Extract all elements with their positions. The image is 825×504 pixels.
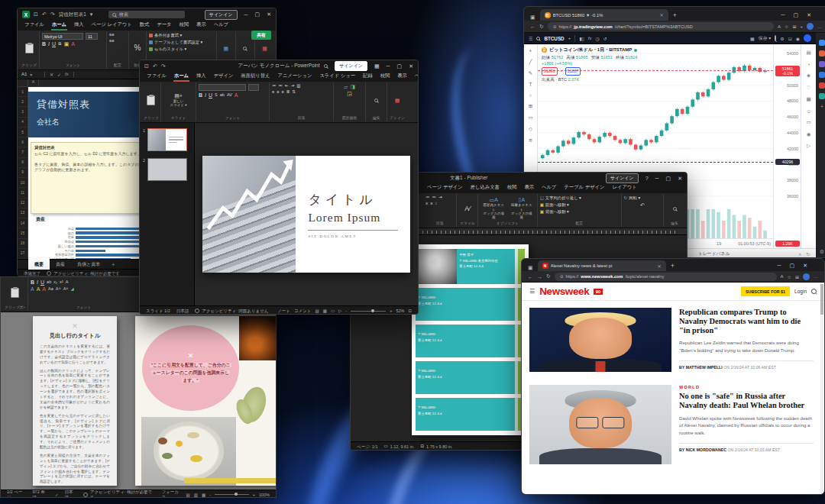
- business-card[interactable]: 〒930-0990 富士見町 12-3-4: [416, 361, 525, 394]
- annotation-tool-icon[interactable]: ✎: [529, 70, 532, 76]
- settings-icon[interactable]: ⚙: [780, 36, 784, 41]
- ask-price[interactable]: 51887: [565, 67, 581, 75]
- sheet-tab-liabilities[interactable]: 負債と資本: [71, 259, 106, 270]
- accessibility-status[interactable]: アクセシビリティ: 検討が必要です: [90, 489, 156, 499]
- row-header[interactable]: 10: [18, 178, 28, 188]
- ribbon-tab[interactable]: ページ レイアウト: [88, 20, 136, 31]
- row-header[interactable]: 12: [18, 199, 28, 208]
- alert-icon[interactable]: ◷: [595, 36, 599, 41]
- indicators-icon[interactable]: fx: [588, 36, 592, 40]
- web-layout-icon[interactable]: ▦: [202, 493, 205, 497]
- bold-icon[interactable]: B: [31, 279, 34, 285]
- minimize-button[interactable]: ─: [778, 263, 781, 269]
- signin-button[interactable]: サインイン: [205, 10, 238, 20]
- ribbon-tab[interactable]: デザイン: [210, 71, 238, 82]
- sheet-tab-assets[interactable]: 資産: [50, 259, 71, 270]
- trendline-tool-icon[interactable]: ╱: [529, 59, 532, 65]
- zoom-in-button[interactable]: +: [390, 309, 392, 313]
- font-size-select[interactable]: 11: [86, 33, 98, 40]
- slide-sorter-icon[interactable]: ▦: [323, 309, 327, 313]
- page-scrollbar[interactable]: [820, 284, 823, 494]
- align-left-icon[interactable]: ≡: [425, 202, 428, 206]
- url-field[interactable]: ⊙ https://www.newsweek.com/topic/alexei-…: [555, 273, 777, 281]
- row-header[interactable]: 3: [18, 107, 28, 117]
- notes-button[interactable]: ノート: [277, 309, 290, 314]
- ribbon-tab[interactable]: アニメーション: [273, 71, 315, 82]
- new-tab-button[interactable]: +: [671, 262, 675, 271]
- indent-icon[interactable]: ⇥: [438, 195, 442, 200]
- undo-icon[interactable]: ↶: [153, 63, 157, 69]
- redo-icon[interactable]: ↷: [50, 11, 55, 18]
- scrollbar-thumb[interactable]: [820, 284, 823, 315]
- zoom-level[interactable]: 100%: [259, 493, 270, 497]
- maximize-button[interactable]: ▢: [794, 12, 799, 18]
- pull-quote-circle[interactable]: ✕ "ここに引用文を配置して、ご自分のニュースレターのこの問題を強調表示します。…: [142, 325, 239, 411]
- workspaces-icon[interactable]: ▣: [528, 265, 533, 271]
- cell-styles-button[interactable]: セルのスタイル ▾: [149, 47, 214, 52]
- chevron-down-icon[interactable]: ▾: [90, 11, 93, 18]
- slide-caption[interactable]: SIT DOLOR AMET: [308, 234, 398, 238]
- more-menu-icon[interactable]: …: [817, 24, 822, 29]
- page-indicator[interactable]: ページ: 1/1: [357, 444, 377, 450]
- business-card[interactable]: 〒930-0990 富士見町 12-3-4: [416, 288, 525, 321]
- focus-mode-button[interactable]: フォーカス: [161, 489, 182, 499]
- row-header[interactable]: 14: [18, 218, 28, 228]
- accessibility-status[interactable]: アクセシビリティ: 検討が必要です: [53, 271, 120, 276]
- numbering-icon[interactable]: ≕: [432, 195, 437, 200]
- ideas-icon[interactable]: ♡: [807, 85, 811, 91]
- excel-search-box[interactable]: 検索: [108, 11, 185, 18]
- ribbon-tab[interactable]: ページ デザイン: [423, 183, 467, 193]
- newsweek-logo[interactable]: Newsweek: [539, 286, 589, 297]
- change-case-icon[interactable]: Aa: [48, 287, 53, 292]
- powerpoint-titlebar[interactable]: ⊡ ↶ ↷ アーバン モノクローム - PowerPoint サインイン ▦ ─…: [140, 60, 418, 72]
- author-name[interactable]: MATTHEW IMPELLI: [686, 365, 723, 370]
- text-tool-icon[interactable]: T: [529, 82, 532, 87]
- row-header[interactable]: 15: [18, 228, 28, 238]
- powerpoint-canvas[interactable]: タイトル Lorem Ipsum SIT DOLOR AMET: [195, 123, 418, 305]
- ribbon-tab[interactable]: 数式: [136, 20, 154, 31]
- align-right-icon[interactable]: ≡: [281, 90, 283, 95]
- share-button[interactable]: 共有: [251, 31, 271, 40]
- cells-icon[interactable]: ▦: [224, 46, 229, 51]
- select-all-corner[interactable]: [18, 79, 28, 86]
- addins-icon[interactable]: ▦: [395, 98, 400, 103]
- workspaces-icon[interactable]: ▣: [530, 15, 535, 21]
- crosshair-tool-icon[interactable]: +: [529, 48, 532, 53]
- fullscreen-icon[interactable]: ⊡: [788, 36, 792, 41]
- search-icon[interactable]: [324, 64, 328, 68]
- save-icon[interactable]: ⊡: [144, 63, 149, 69]
- collapse-panel-icon[interactable]: ∧: [798, 252, 801, 257]
- word-page-2[interactable]: ✕ "ここに引用文を配置して、ご自分のニュースレターのこの問題を強調表示します。…: [135, 316, 276, 486]
- browser-tab[interactable]: B BTCUSD 51860 ▼ -0.1% ✕: [540, 9, 668, 21]
- snapshot-icon[interactable]: ◉: [796, 36, 800, 41]
- minimize-button[interactable]: ─: [387, 63, 390, 69]
- row-header[interactable]: 5: [18, 128, 28, 137]
- ribbon-tab[interactable]: 校閲: [176, 20, 193, 31]
- paste-icon[interactable]: [25, 44, 34, 53]
- strikethrough-icon[interactable]: ab: [220, 93, 225, 98]
- zoom-tool-icon[interactable]: ◇: [529, 126, 532, 132]
- ribbon-tab[interactable]: 表示: [393, 71, 411, 82]
- percent-style-icon[interactable]: %: [134, 44, 141, 52]
- zoom-in-button[interactable]: +: [253, 493, 255, 497]
- fit-slide-icon[interactable]: ⊡: [408, 309, 412, 313]
- sidebar-app-icon[interactable]: [819, 50, 825, 57]
- ribbon-tab[interactable]: 挿入: [70, 20, 88, 31]
- whelan-photo[interactable]: [529, 385, 671, 464]
- ribbon-tab[interactable]: スライド ショー: [315, 71, 359, 82]
- sidebar-app-icon[interactable]: [819, 40, 825, 46]
- paste-icon[interactable]: [11, 288, 19, 298]
- column-header[interactable]: A: [28, 79, 39, 86]
- draw-textbox-button[interactable]: ▭A図形内テキスト ボックスの描画: [480, 197, 506, 220]
- ribbon-tab[interactable]: ヘルプ: [538, 183, 560, 193]
- ribbon-tab[interactable]: ヘルプ: [411, 71, 419, 82]
- word-count[interactable]: 972 単語: [33, 489, 49, 499]
- name-box[interactable]: A1▾: [18, 72, 45, 77]
- row-header[interactable]: 17: [18, 249, 28, 259]
- watchlist-icon[interactable]: ▤: [806, 50, 810, 56]
- find-icon[interactable]: [673, 207, 677, 211]
- draw-vertical-textbox-button[interactable]: ▯A縦書きテキスト ボックスの描画: [509, 197, 535, 220]
- sidebar-app-icon[interactable]: [819, 61, 825, 67]
- align-left-icon[interactable]: ≡: [272, 90, 274, 95]
- excel-titlebar[interactable]: X ⊡ ↶ ↷ 貸借対照表1 ▾ 検索 サインイン ─ ▢ ✕: [18, 8, 276, 21]
